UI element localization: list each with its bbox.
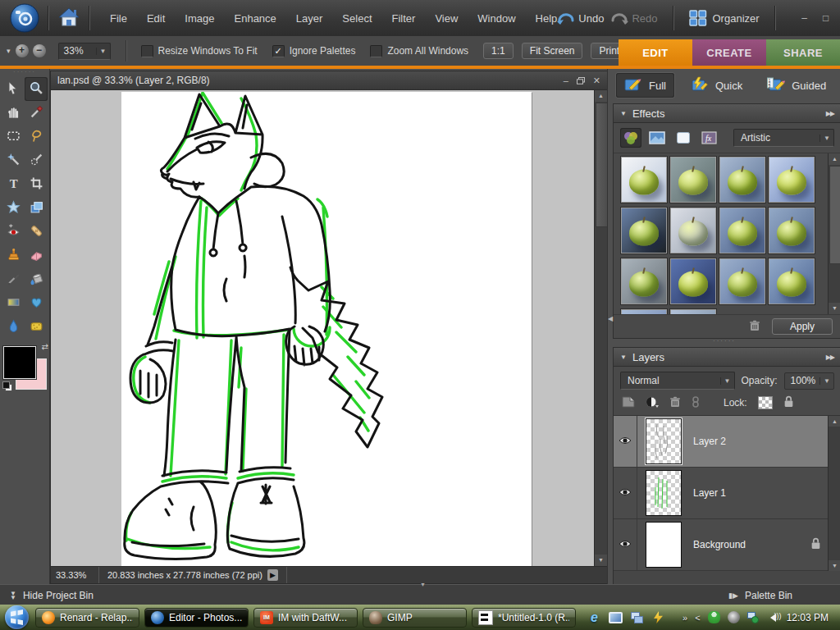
dropdown-arrow-icon[interactable]: ▼ — [720, 377, 734, 385]
effect-thumbnail[interactable] — [719, 258, 765, 304]
webcam-tray-icon[interactable] — [728, 611, 740, 623]
effect-thumbnail[interactable] — [719, 208, 765, 253]
dropdown-arrow-icon[interactable]: ▼ — [819, 135, 833, 142]
document-title-bar[interactable]: lan.psd @ 33.3% (Layer 2, RGB/8) – ✕ — [51, 71, 607, 90]
palette-menu-icon[interactable]: ▶▶ — [826, 354, 834, 361]
tab-share[interactable]: SHARE — [766, 39, 840, 66]
layer-name[interactable]: Layer 1 — [693, 487, 726, 499]
checkbox-zoom-all-windows[interactable]: Zoom All Windows — [370, 45, 468, 57]
clone-stamp-tool[interactable] — [2, 244, 25, 267]
taskbar-button-gimp-document[interactable]: *Untitled-1.0 (R... — [472, 608, 576, 628]
gradient-tool[interactable] — [2, 291, 25, 315]
zoom-out-button[interactable]: − — [33, 44, 46, 57]
photo-effects-icon[interactable] — [673, 128, 694, 148]
menu-edit[interactable]: Edit — [147, 12, 165, 25]
effect-thumbnail[interactable] — [621, 157, 667, 203]
checkbox-icon[interactable] — [370, 45, 382, 57]
effect-thumbnail[interactable] — [621, 309, 667, 314]
delete-effect-trash-icon[interactable] — [749, 320, 760, 334]
effect-thumbnail[interactable] — [670, 157, 716, 203]
view-button-fit-screen[interactable]: Fit Screen — [522, 43, 583, 59]
paint-bucket-tool[interactable] — [25, 267, 48, 291]
palette-bin-button[interactable]: ▮▶ Palette Bin — [728, 590, 840, 601]
minimize-button[interactable]: – — [799, 12, 810, 24]
new-layer-icon[interactable] — [622, 396, 635, 410]
effect-thumbnail[interactable] — [769, 258, 815, 304]
canvas[interactable] — [121, 92, 532, 566]
link-layers-icon[interactable] — [692, 396, 700, 410]
effect-thumbnail[interactable] — [621, 208, 667, 253]
effect-thumbnail[interactable] — [719, 157, 765, 203]
delete-layer-trash-icon[interactable] — [669, 396, 681, 410]
effects-palette-header[interactable]: ▼ Effects ▶▶ — [614, 104, 840, 123]
internet-explorer-icon[interactable]: e — [587, 610, 601, 624]
zoom-dropdown-arrow-icon[interactable]: ▼ — [96, 48, 110, 55]
undo-button[interactable]: Undo — [557, 11, 604, 25]
scroll-up-arrow-icon[interactable]: ▲ — [829, 153, 840, 165]
opacity-dropdown[interactable]: 100% ▼ — [784, 372, 834, 390]
menu-image[interactable]: Image — [185, 12, 214, 25]
document-canvas-area[interactable]: ▲ ▼ — [51, 90, 607, 566]
edit-mode-full[interactable]: Full — [616, 73, 674, 98]
scroll-up-arrow-icon[interactable]: ▲ — [595, 90, 607, 102]
taskbar-clock[interactable]: 12:03 PM — [787, 612, 833, 623]
effect-thumbnail[interactable] — [670, 258, 716, 304]
menu-filter[interactable]: Filter — [392, 12, 416, 25]
checkbox-ignore-palettes[interactable]: ✓Ignore Palettes — [272, 45, 356, 57]
tab-edit[interactable]: EDIT — [619, 39, 692, 66]
layer-visibility-toggle[interactable] — [614, 519, 637, 570]
taskbar-button-instant-messenger[interactable]: IMIM with DaftW... — [253, 608, 358, 628]
project-bin-splitter-icon[interactable]: ▼ — [420, 582, 426, 587]
quick-selection-tool[interactable] — [25, 148, 48, 172]
hide-project-bin-button[interactable]: ▼▼ Hide Project Bin — [0, 590, 94, 601]
palette-menu-icon[interactable]: ▶▶ — [826, 110, 834, 117]
effects-scroll-thumb[interactable] — [829, 166, 840, 264]
tab-create[interactable]: CREATE — [692, 39, 766, 66]
blur-tool[interactable] — [2, 315, 25, 339]
tool-options-flyout-icon[interactable]: ▾ — [7, 47, 11, 55]
layer-thumbnail[interactable] — [646, 418, 682, 464]
status-flyout-arrow-icon[interactable]: ▶ — [267, 569, 278, 581]
rectangular-marquee-tool[interactable] — [2, 125, 25, 148]
cookie-cutter-tool[interactable] — [2, 196, 25, 220]
lasso-tool[interactable] — [25, 125, 48, 148]
palette-bin-collapse-icon[interactable]: ◀ — [608, 315, 613, 322]
taskbar-button-photoshop-elements[interactable]: Editor - Photos... — [144, 608, 249, 628]
menu-help[interactable]: Help — [536, 12, 558, 25]
layer-row-layer-2[interactable]: Layer 2 — [614, 416, 840, 468]
lock-all-icon[interactable] — [783, 395, 794, 410]
overflow-chevron[interactable]: » — [682, 613, 687, 623]
effect-thumbnail[interactable] — [769, 157, 815, 203]
crop-tool[interactable] — [25, 172, 48, 196]
straighten-tool[interactable] — [25, 196, 48, 220]
shape-tool[interactable] — [25, 291, 48, 315]
layer-thumbnail[interactable] — [646, 470, 682, 516]
red-eye-removal-tool[interactable] — [2, 220, 25, 244]
effects-scrollbar[interactable]: ▲ ▼ — [828, 153, 840, 314]
zoom-in-button[interactable]: + — [16, 44, 29, 57]
show-desktop-icon[interactable] — [609, 610, 623, 624]
menu-window[interactable]: Window — [477, 12, 515, 25]
maximize-button[interactable]: □ — [820, 12, 832, 24]
scroll-down-arrow-icon[interactable]: ▼ — [595, 555, 607, 566]
zoom-level-field[interactable]: 33% ▼ — [58, 43, 111, 60]
layer-row-background[interactable]: Background — [614, 519, 840, 571]
start-button[interactable] — [5, 605, 29, 629]
all-effects-fx-icon[interactable]: fx — [699, 128, 720, 148]
document-close-button[interactable]: ✕ — [593, 75, 600, 86]
collapse-tray-chevron[interactable]: < — [695, 613, 700, 623]
swap-colors-icon[interactable]: ⇄ — [42, 342, 48, 351]
messenger-status-tray-icon[interactable] — [708, 611, 720, 623]
layer-row-layer-1[interactable]: Layer 1 — [614, 468, 840, 519]
menu-select[interactable]: Select — [342, 12, 372, 25]
checkbox-icon[interactable] — [141, 45, 153, 57]
edit-mode-quick[interactable]: Quick — [682, 73, 751, 98]
scroll-down-arrow-icon[interactable]: ▼ — [829, 303, 840, 314]
move-tool[interactable] — [2, 77, 25, 101]
effects-category-dropdown[interactable]: Artistic ▼ — [733, 129, 834, 147]
effect-thumbnail[interactable] — [621, 258, 667, 304]
healing-brush-tool[interactable] — [25, 220, 48, 244]
launcher-bolt-icon[interactable] — [651, 610, 665, 624]
organizer-button[interactable]: Organizer — [689, 10, 760, 26]
window-switcher-icon[interactable] — [630, 610, 644, 624]
